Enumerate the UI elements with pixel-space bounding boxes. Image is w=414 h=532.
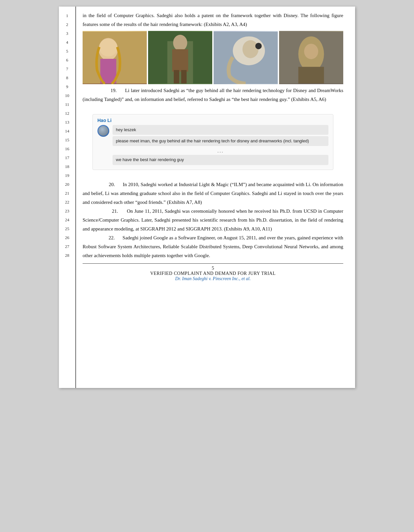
line-10: 10: [59, 91, 75, 100]
document-page: 1 2 3 4 5 6 7 8 9 10 11 12 13 14 15 16 1…: [59, 7, 355, 388]
exhibit-image-1: [83, 31, 147, 84]
line-18: 18: [59, 162, 75, 171]
exhibit-image-4: [279, 31, 343, 84]
line-27: 27: [59, 242, 75, 251]
line-21: 21: [59, 189, 75, 198]
line-8: 8: [59, 73, 75, 82]
line-25: 25: [59, 224, 75, 233]
exhibit-image-3: [214, 31, 278, 84]
line-22: 22: [59, 198, 75, 206]
line-4: 4: [59, 38, 75, 47]
intro-paragraph: in the field of Computer Graphics. Sadeg…: [83, 11, 343, 29]
line-19: 19: [59, 171, 75, 180]
chat-sender-name: Hao Li: [97, 118, 328, 123]
exhibit-image-svg-2: [148, 31, 212, 84]
line-20: 20: [59, 180, 75, 189]
line-11: 11: [59, 100, 75, 109]
line-28: 28: [59, 251, 75, 260]
chat-exhibit: Hao Li hey leszek please meet iman, the …: [92, 114, 333, 170]
line-14: 14: [59, 127, 75, 135]
svg-rect-4: [83, 32, 147, 84]
chat-bubble-2: please meet iman, the guy behind all the…: [113, 136, 328, 146]
line-9: 9: [59, 82, 75, 91]
chat-bubble-3: we have the best hair rendering guy: [113, 155, 328, 165]
avatar-image: [98, 126, 108, 136]
svg-rect-11: [148, 32, 212, 84]
line-1: 1: [59, 11, 75, 20]
line-7: 7: [59, 64, 75, 73]
main-content: in the field of Computer Graphics. Sadeg…: [76, 7, 355, 388]
page-footer: 5 VERIFIED COMPLAINT AND DEMAND FOR JURY…: [83, 263, 343, 285]
line-13: 13: [59, 118, 75, 127]
chat-avatar: [97, 125, 109, 137]
line-17: 17: [59, 153, 75, 162]
line-5: 5: [59, 47, 75, 56]
line-6: 6: [59, 56, 75, 64]
line-24: 24: [59, 215, 75, 224]
line-2: 2: [59, 20, 75, 29]
paragraph-21: 21. On June 11, 2011, Sadeghi was ceremo…: [83, 207, 343, 233]
paragraph-22: 22. Sadeghi joined Google as a Software …: [83, 233, 343, 260]
footer-title: VERIFIED COMPLAINT AND DEMAND FOR JURY T…: [83, 271, 343, 276]
line-16: 16: [59, 144, 75, 153]
svg-rect-16: [214, 32, 278, 84]
page-number: 5: [83, 266, 343, 271]
exhibit-images: [83, 31, 343, 84]
exhibit-image-svg-4: [279, 31, 343, 84]
paragraph-20: 20. In 2010, Sadeghi worked at Industria…: [83, 180, 343, 207]
line-12: 12: [59, 109, 75, 118]
chat-bubble-1: hey leszek: [113, 125, 328, 135]
chat-body: hey leszek please meet iman, the guy beh…: [97, 125, 328, 166]
footer-party-names: Dr. Iman Sadeghi v. Pinscreen Inc., et a…: [83, 276, 343, 281]
exhibit-image-2: [148, 31, 212, 84]
exhibit-image-svg-3: [214, 31, 278, 84]
line-23: 23: [59, 206, 75, 215]
svg-rect-21: [279, 32, 343, 84]
line-26: 26: [59, 233, 75, 242]
chat-typing-dots: ...: [113, 147, 328, 154]
exhibit-image-svg-1: [83, 31, 147, 84]
paragraph-19: 19. Li later introduced Sadeghi as “the …: [83, 86, 343, 104]
line-15: 15: [59, 135, 75, 144]
chat-messages: hey leszek please meet iman, the guy beh…: [113, 125, 328, 166]
line-numbers-column: 1 2 3 4 5 6 7 8 9 10 11 12 13 14 15 16 1…: [59, 7, 76, 388]
line-3: 3: [59, 29, 75, 38]
